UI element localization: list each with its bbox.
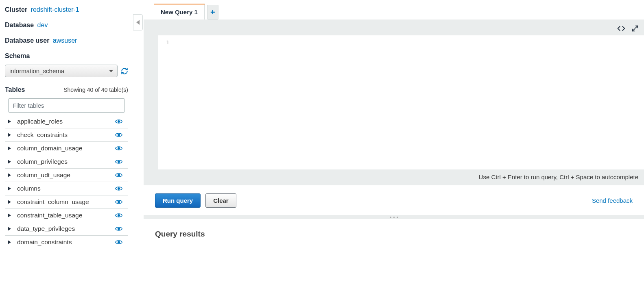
editor-wrap: 1 Use Ctrl + Enter to run query, Ctrl + … [144,20,644,185]
eye-icon[interactable] [115,186,127,191]
caret-right-icon[interactable] [6,146,13,150]
sidebar: Cluster redshift-cluster-1 Database dev … [0,0,132,293]
code-editor[interactable]: 1 [158,35,644,169]
database-user-label: Database user [5,37,49,44]
caret-right-icon[interactable] [6,200,13,204]
table-name: column_udt_usage [13,171,115,179]
table-row[interactable]: domain_constraints [5,236,128,249]
schema-value: information_schema [9,67,64,74]
collapse-sidebar-button[interactable] [133,14,143,30]
table-name: applicable_roles [13,118,115,125]
expand-icon[interactable] [632,25,638,33]
schema-select[interactable]: information_schema [5,65,118,77]
table-row[interactable]: columns [5,182,128,195]
caret-right-icon[interactable] [6,240,13,244]
table-row[interactable]: applicable_roles [5,115,128,128]
table-row[interactable]: check_constraints [5,128,128,142]
svg-point-8 [118,228,120,230]
table-row[interactable]: constraint_table_usage [5,209,128,222]
code-icon[interactable] [617,25,625,33]
table-row[interactable]: column_privileges [5,155,128,169]
splitter[interactable] [144,215,644,219]
cluster-row: Cluster redshift-cluster-1 [5,6,128,13]
database-user-value[interactable]: awsuser [53,37,77,44]
eye-icon[interactable] [115,132,127,137]
table-name: check_constraints [13,131,115,139]
line-gutter: 1 [158,35,172,169]
filter-tables-input[interactable] [8,98,125,113]
table-name: constraint_table_usage [13,212,115,219]
code-area[interactable] [172,35,644,169]
table-name: data_type_privileges [13,225,115,232]
send-feedback-link[interactable]: Send feedback [592,197,633,204]
schema-row: information_schema [5,65,128,77]
editor-toolbar [144,23,644,35]
table-name: column_domain_usage [13,145,115,152]
tabs-bar: New Query 1 + [144,0,644,20]
svg-point-2 [118,148,120,150]
table-name: columns [13,185,115,192]
eye-icon[interactable] [115,240,127,245]
cluster-label: Cluster [5,6,27,13]
refresh-icon[interactable] [121,67,128,75]
caret-right-icon[interactable] [6,119,13,124]
collapse-tab [132,0,144,293]
main: New Query 1 + [144,0,644,293]
table-name: column_privileges [13,158,115,165]
query-results-title: Query results [144,219,644,249]
table-name: constraint_column_usage [13,198,115,206]
database-value[interactable]: dev [37,22,48,28]
eye-icon[interactable] [115,146,127,151]
eye-icon[interactable] [115,119,127,124]
drag-handle-icon [390,217,398,218]
database-user-row: Database user awsuser [5,37,128,44]
query-tab-label: New Query 1 [161,9,198,15]
caret-right-icon[interactable] [6,133,13,137]
caret-right-icon[interactable] [6,187,13,191]
database-label: Database [5,22,34,28]
caret-right-icon[interactable] [6,160,13,164]
tables-header: Tables Showing 40 of 40 table(s) [5,86,128,93]
eye-icon[interactable] [115,173,127,178]
action-row: Run query Clear Send feedback [144,185,644,215]
eye-icon[interactable] [115,213,127,218]
caret-right-icon[interactable] [6,227,13,231]
eye-icon[interactable] [115,226,127,231]
caret-right-icon[interactable] [6,173,13,177]
eye-icon[interactable] [115,200,127,204]
table-name: domain_constraints [13,239,115,246]
svg-point-0 [118,121,120,123]
svg-point-5 [118,188,120,190]
chevron-down-icon [109,70,113,72]
database-row: Database dev [5,22,128,29]
table-row[interactable]: column_udt_usage [5,169,128,182]
editor-hint: Use Ctrl + Enter to run query, Ctrl + Sp… [144,169,644,180]
query-tab[interactable]: New Query 1 [154,4,205,20]
tables-count: Showing 40 of 40 table(s) [63,87,128,93]
caret-right-icon[interactable] [6,213,13,217]
svg-point-6 [118,201,120,203]
table-row[interactable]: constraint_column_usage [5,195,128,209]
svg-point-7 [118,215,120,217]
svg-point-4 [118,174,120,176]
svg-point-9 [118,241,120,243]
cluster-value[interactable]: redshift-cluster-1 [31,6,79,13]
svg-point-1 [118,134,120,136]
tables-title: Tables [5,86,25,93]
table-row[interactable]: data_type_privileges [5,222,128,236]
svg-point-3 [118,161,120,163]
run-query-button[interactable]: Run query [155,193,201,208]
new-tab-button[interactable]: + [207,5,218,20]
schema-label: Schema [5,52,128,60]
line-number: 1 [158,39,169,46]
clear-button[interactable]: Clear [205,193,236,208]
plus-icon: + [210,8,215,17]
eye-icon[interactable] [115,159,127,164]
table-row[interactable]: column_domain_usage [5,142,128,155]
table-list: applicable_roles check_constraints colum… [5,115,128,249]
